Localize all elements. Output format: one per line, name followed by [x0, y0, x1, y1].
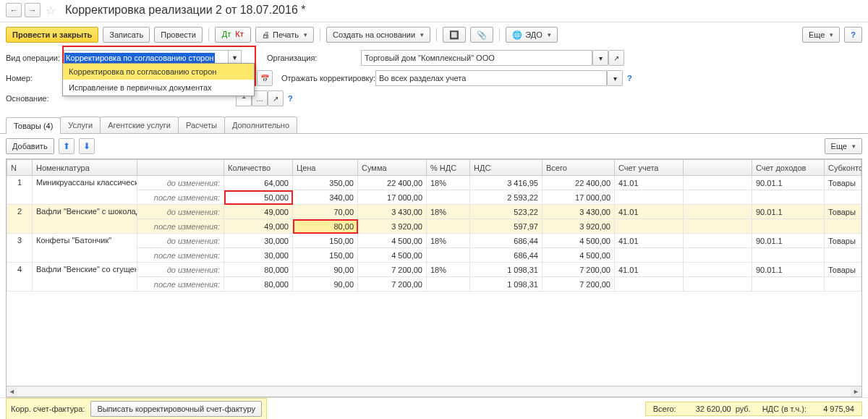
forward-button[interactable]: →	[25, 3, 41, 17]
save-button[interactable]: Записать	[103, 27, 150, 43]
tab-more-button[interactable]: Еще	[825, 138, 862, 154]
help-hint-icon[interactable]: ?	[627, 74, 632, 82]
col-vat[interactable]: НДС	[470, 160, 542, 176]
print-button[interactable]: 🖨Печать	[255, 27, 314, 43]
reflect-field[interactable]	[375, 70, 607, 86]
col-account[interactable]: Счет учета	[615, 160, 684, 176]
globe-icon: 🌐	[512, 30, 522, 40]
more-button[interactable]: Еще	[802, 27, 840, 43]
org-open-btn[interactable]: ↗	[608, 50, 624, 66]
edo-label: ЭДО	[525, 30, 542, 39]
structure-button[interactable]: 🔲	[443, 27, 466, 43]
issue-corr-invoice-button[interactable]: Выписать корректировочный счет-фактуру	[90, 401, 262, 417]
table-row[interactable]: 2 Вафли "Венские" с шоколадом... до изме…	[7, 205, 861, 219]
help-button[interactable]: ?	[844, 27, 862, 43]
total-label: Всего:	[653, 405, 676, 413]
basis-help-icon[interactable]: ?	[288, 94, 293, 103]
goods-table[interactable]: N Номенклатура Количество Цена Сумма % Н…	[7, 159, 861, 292]
organization-field[interactable]	[361, 50, 592, 66]
create-based-on-button[interactable]: Создать на основании	[326, 27, 430, 43]
org-label: Организация:	[267, 54, 361, 62]
vat-value: 4 975,94	[811, 405, 854, 413]
move-down-button[interactable]: ⬇	[79, 138, 95, 154]
page-title: Корректировка реализации 2 от 18.07.2016…	[65, 4, 305, 17]
col-account2[interactable]	[684, 160, 752, 176]
move-up-button[interactable]: ⬆	[59, 138, 75, 154]
totals-panel: Всего: 32 620,00 руб. НДС (в т.ч.): 4 97…	[645, 402, 862, 416]
op-type-label: Вид операции:	[6, 54, 64, 62]
horizontal-scrollbar[interactable]: ◄►	[7, 386, 861, 397]
favorite-icon[interactable]: ☆	[43, 3, 58, 17]
dt-kt-button[interactable]: ДтКт	[215, 27, 251, 43]
calendar-icon[interactable]: 📅	[257, 70, 273, 86]
number-label: Номер:	[6, 74, 64, 82]
basis-label: Основание:	[6, 94, 64, 103]
op-type-value: Корректировка по согласованию сторон	[64, 53, 215, 63]
op-type-dropdown: Корректировка по согласованию сторон Исп…	[62, 63, 255, 96]
print-label: Печать	[273, 30, 299, 39]
col-nomenclature[interactable]: Номенклатура	[33, 160, 137, 176]
back-button[interactable]: ←	[6, 3, 22, 17]
attach-button[interactable]: 📎	[470, 27, 493, 43]
printer-icon: 🖨	[262, 30, 270, 39]
col-subconto[interactable]: Субконто	[825, 160, 861, 176]
tab-calc[interactable]: Расчеты	[178, 117, 225, 133]
total-value: 32 620,00	[681, 405, 731, 413]
tab-goods[interactable]: Товары (4)	[6, 117, 61, 134]
vat-label: НДС (в т.ч.):	[762, 405, 807, 413]
table-row[interactable]: 4 Вафли "Венские" со сгущенным молоком..…	[7, 263, 861, 277]
col-total[interactable]: Всего	[542, 160, 615, 176]
col-income[interactable]: Счет доходов	[752, 160, 825, 176]
basis-open-btn[interactable]: ↗	[268, 90, 284, 106]
table-row[interactable]: 3 Конфеты "Батончик" до изменения: 30,00…	[7, 234, 861, 248]
org-dropdown-btn[interactable]: ▾	[592, 50, 608, 66]
tab-agency[interactable]: Агентские услуги	[100, 117, 179, 133]
op-option-1[interactable]: Корректировка по согласованию сторон	[63, 64, 254, 80]
col-n[interactable]: N	[7, 160, 33, 176]
currency-label: руб.	[736, 405, 751, 413]
op-option-2[interactable]: Исправление в первичных документах	[63, 80, 254, 96]
add-row-button[interactable]: Добавить	[6, 138, 54, 154]
col-sum[interactable]: Сумма	[358, 160, 427, 176]
reflect-label: Отражать корректировку:	[281, 74, 375, 82]
col-price[interactable]: Цена	[293, 160, 358, 176]
edo-button[interactable]: 🌐ЭДО	[506, 27, 558, 43]
corr-invoice-label: Корр. счет-фактура:	[11, 405, 85, 413]
post-and-close-button[interactable]: Провести и закрыть	[6, 27, 98, 43]
table-row[interactable]: 1 Миникруассаны классические до изменени…	[7, 176, 861, 190]
reflect-dropdown-btn[interactable]: ▾	[607, 70, 623, 86]
col-vatpercent[interactable]: % НДС	[427, 160, 470, 176]
post-button[interactable]: Провести	[154, 27, 203, 43]
col-change	[137, 160, 224, 176]
col-qty[interactable]: Количество	[224, 160, 293, 176]
tab-services[interactable]: Услуги	[60, 117, 101, 133]
tab-extra[interactable]: Дополнительно	[224, 117, 297, 133]
